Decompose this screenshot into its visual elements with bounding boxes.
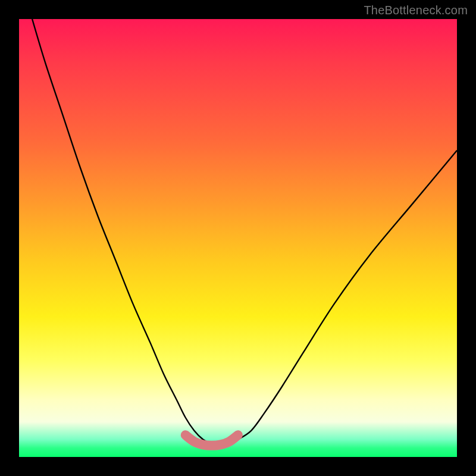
valley-highlight-path xyxy=(186,435,238,446)
curve-svg xyxy=(19,19,457,457)
plot-area xyxy=(19,19,457,457)
watermark-text: TheBottleneck.com xyxy=(364,4,468,17)
outer-frame: TheBottleneck.com xyxy=(0,0,476,476)
bottleneck-curve-path xyxy=(32,19,457,444)
